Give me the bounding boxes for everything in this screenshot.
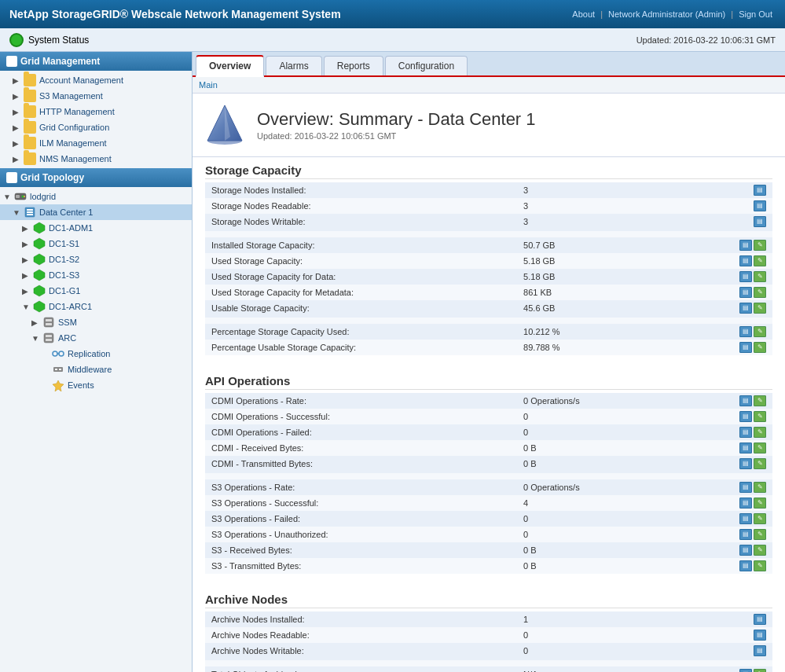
edit-button[interactable]: ✎	[754, 411, 766, 422]
svg-marker-13	[34, 301, 45, 312]
chart-button[interactable]: ▤	[739, 271, 752, 282]
sidebar-item-dc1-g1[interactable]: ▶ DC1-G1	[0, 283, 192, 299]
grid-management-label: Grid Management	[20, 56, 100, 67]
chart-button[interactable]: ▤	[754, 630, 766, 641]
row-label: Archive Nodes Installed:	[205, 611, 517, 627]
sidebar-item-dc1-arc1[interactable]: ▼ DC1-ARC1	[0, 299, 192, 314]
sidebar-item-dc1-adm1[interactable]: ▶ DC1-ADM1	[0, 220, 192, 236]
sidebar-item-arc[interactable]: ▼ ARC	[0, 330, 192, 346]
sidebar-item-http-management[interactable]: ▶ HTTP Management	[0, 104, 192, 119]
chart-button[interactable]: ▤	[739, 498, 752, 509]
node-icon	[33, 237, 46, 250]
tab-overview[interactable]: Overview	[196, 55, 264, 77]
sidebar-item-ilm-management[interactable]: ▶ ILM Management	[0, 135, 192, 151]
table-separator	[205, 318, 772, 324]
sidebar-item-dc1-s1[interactable]: ▶ DC1-S1	[0, 236, 192, 252]
edit-button[interactable]: ✎	[754, 427, 766, 438]
edit-button[interactable]: ✎	[754, 513, 766, 524]
api-operations-heading: API Operations	[205, 374, 772, 390]
archive-nodes-table: Archive Nodes Installed: 1 ▤ Archive Nod…	[205, 611, 772, 672]
chart-button[interactable]: ▤	[739, 529, 752, 540]
row-label: Storage Nodes Installed:	[205, 182, 517, 198]
row-value: 89.788 %	[517, 340, 688, 355]
edit-button[interactable]: ✎	[754, 560, 766, 571]
edit-button[interactable]: ✎	[754, 529, 766, 540]
chart-button[interactable]: ▤	[739, 545, 752, 556]
tab-reports[interactable]: Reports	[324, 56, 383, 75]
table-row: S3 - Received Bytes: 0 B ▤✎	[205, 542, 772, 558]
edit-button[interactable]: ✎	[754, 669, 766, 672]
grid-topology-header[interactable]: Grid Topology	[0, 168, 192, 187]
expand-icon: ▼	[13, 208, 20, 217]
chart-button[interactable]: ▤	[754, 200, 766, 211]
row-value: 3	[517, 198, 688, 214]
sidebar-item-middleware[interactable]: Middleware	[0, 362, 192, 377]
chart-button[interactable]: ▤	[754, 645, 766, 656]
edit-button[interactable]: ✎	[754, 255, 766, 266]
chart-button[interactable]: ▤	[739, 303, 752, 314]
edit-button[interactable]: ✎	[754, 458, 766, 469]
row-value: 4	[517, 495, 688, 511]
chart-button[interactable]: ▤	[739, 395, 752, 406]
edit-button[interactable]: ✎	[754, 498, 766, 509]
chart-button[interactable]: ▤	[739, 442, 752, 454]
sidebar-item-grid-configuration[interactable]: ▶ Grid Configuration	[0, 119, 192, 135]
sidebar-item-nms-management[interactable]: ▶ NMS Management	[0, 151, 192, 167]
sidebar-item-dc1-s3[interactable]: ▶ DC1-S3	[0, 267, 192, 283]
chart-button[interactable]: ▤	[754, 185, 766, 196]
table-row: Usable Storage Capacity: 45.6 GB ▤✎	[205, 300, 772, 318]
edit-button[interactable]: ✎	[754, 271, 766, 282]
edit-button[interactable]: ✎	[754, 287, 766, 298]
sidebar-item-label: Account Management	[39, 75, 123, 85]
row-actions: ▤✎	[688, 393, 772, 409]
admin-link[interactable]: Network Administrator (Admin)	[608, 9, 725, 19]
sidebar-item-account-management[interactable]: ▶ Account Management	[0, 72, 192, 88]
chart-button[interactable]: ▤	[754, 614, 766, 625]
signout-link[interactable]: Sign Out	[739, 9, 772, 19]
row-value: 10.212 %	[517, 324, 688, 340]
edit-button[interactable]: ✎	[754, 326, 766, 337]
sidebar-item-lodgrid[interactable]: ▼ lodgrid	[0, 189, 192, 204]
tab-configuration[interactable]: Configuration	[385, 56, 468, 75]
sidebar-item-data-center-1[interactable]: ▼ Data Center 1	[0, 204, 192, 220]
edit-button[interactable]: ✎	[754, 482, 766, 493]
service-icon	[42, 316, 55, 329]
breadcrumb-main[interactable]: Main	[199, 80, 218, 90]
chart-button[interactable]: ▤	[739, 427, 752, 438]
chart-button[interactable]: ▤	[739, 458, 752, 469]
sidebar-item-replication[interactable]: Replication	[0, 346, 192, 362]
folder-icon	[24, 121, 36, 134]
edit-button[interactable]: ✎	[754, 303, 766, 314]
chart-button[interactable]: ▤	[739, 513, 752, 524]
header-nav: About | Network Administrator (Admin) | …	[569, 9, 776, 19]
edit-button[interactable]: ✎	[754, 342, 766, 353]
row-value: 0	[517, 527, 688, 542]
storage-capacity-section: Storage Capacity Storage Nodes Installed…	[193, 157, 785, 368]
edit-button[interactable]: ✎	[754, 240, 766, 251]
storage-capacity-heading: Storage Capacity	[205, 163, 772, 179]
sidebar-item-events[interactable]: Events	[0, 377, 192, 393]
chart-button[interactable]: ▤	[739, 255, 752, 266]
sidebar-item-dc1-s2[interactable]: ▶ DC1-S2	[0, 252, 192, 267]
sidebar-item-ssm[interactable]: ▶ SSM	[0, 314, 192, 330]
edit-button[interactable]: ✎	[754, 442, 766, 454]
chart-button[interactable]: ▤	[739, 560, 752, 571]
chart-button[interactable]: ▤	[739, 482, 752, 493]
chart-button[interactable]: ▤	[739, 342, 752, 353]
chart-button[interactable]: ▤	[739, 411, 752, 422]
chart-button[interactable]: ▤	[754, 216, 766, 227]
row-actions: ▤✎	[688, 324, 772, 340]
chart-button[interactable]: ▤	[739, 326, 752, 337]
edit-button[interactable]: ✎	[754, 545, 766, 556]
grid-management-header[interactable]: Grid Management	[0, 52, 192, 71]
chart-button[interactable]: ▤	[739, 287, 752, 298]
chart-button[interactable]: ▤	[739, 240, 752, 251]
sidebar-item-s3-management[interactable]: ▶ S3 Management	[0, 88, 192, 104]
row-label: S3 Operations - Successful:	[205, 495, 517, 511]
edit-button[interactable]: ✎	[754, 395, 766, 406]
nav-sep2: |	[731, 9, 733, 19]
table-row: Storage Nodes Writable: 3 ▤	[205, 214, 772, 231]
chart-button[interactable]: ▤	[739, 669, 752, 672]
about-link[interactable]: About	[572, 9, 595, 19]
tab-alarms[interactable]: Alarms	[266, 56, 321, 75]
